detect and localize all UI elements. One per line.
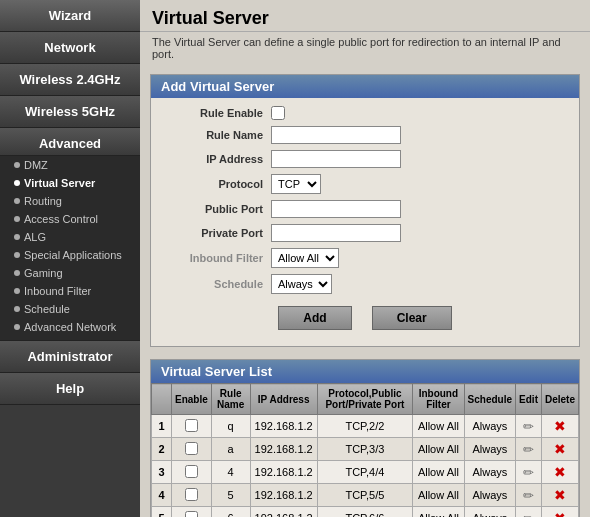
private-port-label: Private Port bbox=[161, 227, 271, 239]
row-enable[interactable] bbox=[172, 461, 212, 484]
delete-icon[interactable]: ✖ bbox=[554, 510, 566, 517]
row-ip: 192.168.1.2 bbox=[250, 484, 317, 507]
delete-icon[interactable]: ✖ bbox=[554, 464, 566, 480]
dot-icon bbox=[14, 252, 20, 258]
edit-icon[interactable]: ✏ bbox=[523, 465, 534, 480]
protocol-row: Protocol TCP UDP Both bbox=[161, 174, 569, 194]
row-delete[interactable]: ✖ bbox=[541, 461, 578, 484]
add-button[interactable]: Add bbox=[278, 306, 351, 330]
sidebar-item-advanced-network[interactable]: Advanced Network bbox=[0, 318, 140, 336]
row-inbound: Allow All bbox=[413, 438, 464, 461]
public-port-input[interactable] bbox=[271, 200, 401, 218]
dot-icon bbox=[14, 216, 20, 222]
enable-checkbox[interactable] bbox=[185, 488, 198, 501]
row-protocol-port: TCP,6/6 bbox=[317, 507, 412, 518]
col-num bbox=[152, 384, 172, 415]
delete-icon[interactable]: ✖ bbox=[554, 418, 566, 434]
delete-icon[interactable]: ✖ bbox=[554, 487, 566, 503]
public-port-label: Public Port bbox=[161, 203, 271, 215]
row-edit[interactable]: ✏ bbox=[516, 461, 542, 484]
sidebar-item-routing[interactable]: Routing bbox=[0, 192, 140, 210]
sidebar-item-virtual-server[interactable]: Virtual Server bbox=[0, 174, 140, 192]
sidebar-item-administrator[interactable]: Administrator bbox=[0, 341, 140, 373]
row-enable[interactable] bbox=[172, 415, 212, 438]
row-enable[interactable] bbox=[172, 438, 212, 461]
active-dot-icon bbox=[14, 180, 20, 186]
table-row: 3 4 192.168.1.2 TCP,4/4 Allow All Always… bbox=[152, 461, 579, 484]
enable-checkbox[interactable] bbox=[185, 511, 198, 518]
row-rule-name: 4 bbox=[211, 461, 250, 484]
sidebar-item-gaming[interactable]: Gaming bbox=[0, 264, 140, 282]
row-edit[interactable]: ✏ bbox=[516, 438, 542, 461]
edit-icon[interactable]: ✏ bbox=[523, 442, 534, 457]
row-num: 4 bbox=[152, 484, 172, 507]
rule-name-input[interactable] bbox=[271, 126, 401, 144]
row-protocol-port: TCP,2/2 bbox=[317, 415, 412, 438]
edit-icon[interactable]: ✏ bbox=[523, 488, 534, 503]
sidebar: Wizard Network Wireless 2.4GHz Wireless … bbox=[0, 0, 140, 517]
main-content: Virtual Server The Virtual Server can de… bbox=[140, 0, 590, 517]
col-rule-name: Rule Name bbox=[211, 384, 250, 415]
dot-icon bbox=[14, 306, 20, 312]
row-inbound: Allow All bbox=[413, 415, 464, 438]
row-num: 5 bbox=[152, 507, 172, 518]
inbound-filter-select[interactable]: Allow All Deny All bbox=[271, 248, 339, 268]
row-enable[interactable] bbox=[172, 484, 212, 507]
protocol-select[interactable]: TCP UDP Both bbox=[271, 174, 321, 194]
sidebar-item-help[interactable]: Help bbox=[0, 373, 140, 405]
edit-icon[interactable]: ✏ bbox=[523, 419, 534, 434]
schedule-row: Schedule Always Never bbox=[161, 274, 569, 294]
row-delete[interactable]: ✖ bbox=[541, 415, 578, 438]
col-schedule: Schedule bbox=[464, 384, 515, 415]
table-row: 4 5 192.168.1.2 TCP,5/5 Allow All Always… bbox=[152, 484, 579, 507]
sidebar-item-dmz[interactable]: DMZ bbox=[0, 156, 140, 174]
row-enable[interactable] bbox=[172, 507, 212, 518]
private-port-input[interactable] bbox=[271, 224, 401, 242]
sidebar-item-inbound-filter[interactable]: Inbound Filter bbox=[0, 282, 140, 300]
row-num: 2 bbox=[152, 438, 172, 461]
sidebar-item-access-control[interactable]: Access Control bbox=[0, 210, 140, 228]
enable-checkbox[interactable] bbox=[185, 465, 198, 478]
advanced-subitems: DMZ Virtual Server Routing Access Contro… bbox=[0, 156, 140, 341]
sidebar-item-special-applications[interactable]: Special Applications bbox=[0, 246, 140, 264]
row-delete[interactable]: ✖ bbox=[541, 438, 578, 461]
row-edit[interactable]: ✏ bbox=[516, 484, 542, 507]
sidebar-item-network[interactable]: Network bbox=[0, 32, 140, 64]
enable-checkbox[interactable] bbox=[185, 419, 198, 432]
row-ip: 192.168.1.2 bbox=[250, 461, 317, 484]
inbound-filter-row: Inbound Filter Allow All Deny All bbox=[161, 248, 569, 268]
table-row: 1 q 192.168.1.2 TCP,2/2 Allow All Always… bbox=[152, 415, 579, 438]
clear-button[interactable]: Clear bbox=[372, 306, 452, 330]
row-edit[interactable]: ✏ bbox=[516, 507, 542, 518]
row-delete[interactable]: ✖ bbox=[541, 484, 578, 507]
row-ip: 192.168.1.2 bbox=[250, 415, 317, 438]
sidebar-item-alg[interactable]: ALG bbox=[0, 228, 140, 246]
row-rule-name: a bbox=[211, 438, 250, 461]
edit-icon[interactable]: ✏ bbox=[523, 511, 534, 518]
row-delete[interactable]: ✖ bbox=[541, 507, 578, 518]
sidebar-item-advanced[interactable]: Advanced bbox=[0, 128, 140, 156]
row-rule-name: 5 bbox=[211, 484, 250, 507]
schedule-select[interactable]: Always Never bbox=[271, 274, 332, 294]
row-edit[interactable]: ✏ bbox=[516, 415, 542, 438]
virtual-server-list-section: Virtual Server List Enable Rule Name IP … bbox=[150, 359, 580, 517]
row-schedule: Always bbox=[464, 507, 515, 518]
sidebar-item-wireless5[interactable]: Wireless 5GHz bbox=[0, 96, 140, 128]
dot-icon bbox=[14, 288, 20, 294]
enable-checkbox[interactable] bbox=[185, 442, 198, 455]
table-row: 2 a 192.168.1.2 TCP,3/3 Allow All Always… bbox=[152, 438, 579, 461]
dot-icon bbox=[14, 198, 20, 204]
row-schedule: Always bbox=[464, 484, 515, 507]
row-rule-name: 6 bbox=[211, 507, 250, 518]
ip-address-input[interactable] bbox=[271, 150, 401, 168]
dot-icon bbox=[14, 162, 20, 168]
rule-enable-row: Rule Enable bbox=[161, 106, 569, 120]
row-num: 3 bbox=[152, 461, 172, 484]
page-title: Virtual Server bbox=[140, 0, 590, 32]
sidebar-item-schedule[interactable]: Schedule bbox=[0, 300, 140, 318]
sidebar-item-wizard[interactable]: Wizard bbox=[0, 0, 140, 32]
sidebar-item-wireless24[interactable]: Wireless 2.4GHz bbox=[0, 64, 140, 96]
row-protocol-port: TCP,5/5 bbox=[317, 484, 412, 507]
rule-enable-checkbox[interactable] bbox=[271, 106, 285, 120]
delete-icon[interactable]: ✖ bbox=[554, 441, 566, 457]
